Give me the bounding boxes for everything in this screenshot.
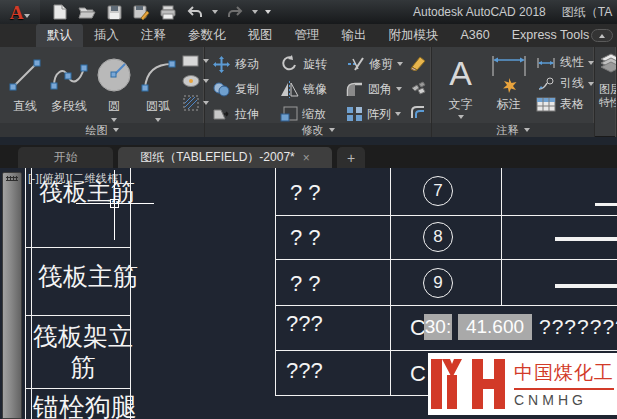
table-button[interactable]: 表格 [536,96,594,113]
offset-icon [410,105,426,120]
panel-modify: 移动 旋转 修剪 复制 [205,47,432,137]
docked-toolbar[interactable] [2,172,22,419]
mirror-button[interactable]: 镜像 [280,81,346,98]
drawing-canvas[interactable]: [-][俯视][二维线框] 筏板主筋 筏板主筋 筏板架立筋 锚栓狗腿 ? ? ?… [0,168,617,419]
document-tab-bar: 开始 图纸（TABLEFIELD）-2007* × + [0,145,617,168]
doc-tab-start[interactable]: 开始 [18,147,113,168]
save-as-icon [133,5,150,20]
fillet-button[interactable]: 圆角 [346,81,410,98]
tab-view[interactable]: 视图 [237,24,284,47]
table-line [275,215,617,216]
arc-icon [138,52,178,98]
title-bar: A [0,0,617,24]
text-button[interactable]: A 文字 [440,50,481,123]
tab-addins[interactable]: 附加模块 [378,24,450,47]
doc-tab-active[interactable]: 图纸（TABLEFIELD）-2007* × [118,147,332,168]
fillet-dropdown-arrow-icon[interactable] [396,87,402,91]
rotate-label: 旋转 [303,56,327,73]
new-drawing-tab-button[interactable]: + [337,147,365,168]
eraser-icon [410,54,427,71]
tab-a360[interactable]: A360 [450,24,501,47]
stretch-button[interactable]: 拉伸 [212,106,280,123]
save-as-button[interactable] [131,3,151,21]
table-label: 表格 [560,96,584,113]
line-icon [6,52,44,98]
linear-dropdown-arrow-icon[interactable] [588,61,594,65]
new-file-button[interactable] [50,3,70,21]
rotate-button[interactable]: 旋转 [280,55,346,74]
pickbox-cursor [110,199,119,208]
line-button[interactable]: 直线 [6,50,44,123]
linear-dim-button[interactable]: 线性 [536,54,594,71]
circle-button[interactable]: 圆 [94,50,134,123]
plot-button[interactable] [158,3,178,21]
hatch-icon [182,94,200,112]
dimension-button[interactable]: 标注 [487,50,530,123]
panel-draw: 直线 多段线 圆 圆弧 [0,47,205,137]
circle-dropdown-arrow-icon[interactable] [111,118,117,122]
leader-dropdown-arrow-icon[interactable] [588,82,594,86]
tab-manage[interactable]: 管理 [284,24,331,47]
panel-layers: 图层特性 [595,47,617,137]
redo-button[interactable] [225,3,245,21]
table-line [31,168,32,419]
array-dropdown-arrow-icon[interactable] [395,112,401,116]
tab-insert[interactable]: 插入 [83,24,130,47]
qat-customize-arrow-icon[interactable] [265,10,271,14]
circle-8-label: 8 [433,227,442,247]
explode-icon [410,80,427,95]
close-tab-icon[interactable]: × [303,151,310,165]
polyline-button[interactable]: 多段线 [48,50,90,123]
field-grade: 30: [424,314,452,340]
tab-annotate[interactable]: 注释 [130,24,177,47]
move-button[interactable]: 移动 [212,55,280,74]
stretch-label: 拉伸 [235,106,259,123]
circle-7-label: 7 [433,181,442,201]
table-line [390,168,391,396]
offset-button[interactable] [410,105,428,124]
tab-output[interactable]: 输出 [331,24,378,47]
tab-express-tools[interactable]: Express Tools [501,24,601,47]
undo-button[interactable] [185,3,205,21]
copy-button[interactable]: 复制 [212,81,280,98]
scale-icon [280,106,298,122]
table-cell: ? ? [290,225,321,251]
leader-label: 引线 [560,75,584,92]
field-value: 41.600 [458,314,532,340]
fillet-label: 圆角 [368,81,392,98]
toolbar-grip-icon [6,176,18,181]
tab-parametric[interactable]: 参数化 [177,24,237,47]
circled-number: 7 [423,176,453,206]
array-icon [346,106,363,122]
erase-button[interactable] [410,54,428,75]
trim-button[interactable]: 修剪 [346,56,410,73]
circled-number: 9 [423,268,453,298]
redo-dropdown-arrow-icon[interactable] [252,10,258,14]
undo-dropdown-arrow-icon[interactable] [212,10,218,14]
layer-properties-label[interactable]: 图层特性 [599,83,617,109]
app-menu-button[interactable]: A [0,0,40,24]
annotation-panel-label[interactable]: 注释 [432,123,594,137]
modify-panel-label[interactable]: 修改 [205,123,431,137]
arc-button[interactable]: 圆弧 [138,50,178,123]
draw-panel-label[interactable]: 绘图 [0,123,204,137]
trim-dropdown-arrow-icon[interactable] [397,62,403,66]
linear-dim-label: 线性 [560,54,584,71]
app-title: Autodesk AutoCAD 2018 [413,5,546,19]
ribbon-collapse-button[interactable] [591,29,613,42]
tab-home[interactable]: 默认 [36,24,83,47]
modify-panel-expand-icon [329,128,335,132]
leader-button[interactable]: 引线 [536,75,594,92]
array-button[interactable]: 阵列 [346,106,410,123]
arc-dropdown-arrow-icon[interactable] [155,118,161,122]
save-button[interactable] [104,3,124,21]
dimension-label: 标注 [497,96,521,113]
open-file-button[interactable] [77,3,97,21]
explode-button[interactable] [410,80,428,99]
app-menu-arrow-icon [24,14,30,18]
array-label: 阵列 [367,106,391,123]
text-dropdown-arrow-icon[interactable] [458,115,464,119]
polyline-icon [48,52,90,98]
save-icon [107,5,122,20]
scale-button[interactable]: 缩放 [280,106,346,123]
